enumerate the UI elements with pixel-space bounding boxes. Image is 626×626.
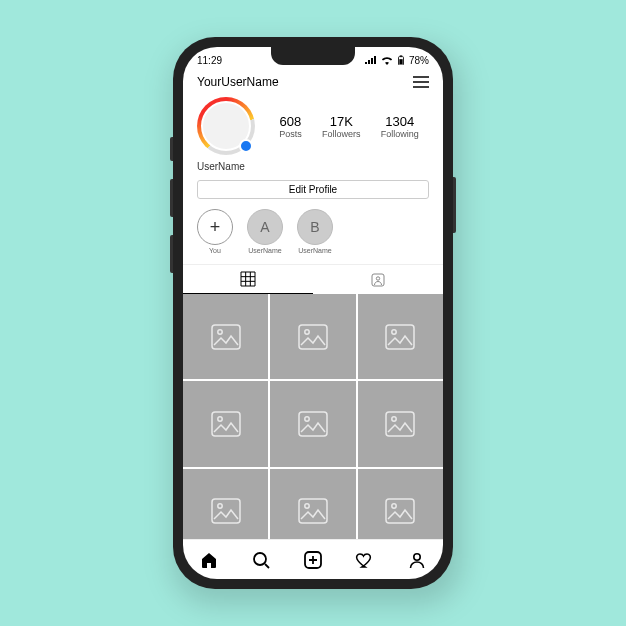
highlight-new[interactable]: + You [197,209,233,254]
svg-point-12 [217,417,221,421]
plus-icon: + [197,209,233,245]
nav-activity[interactable] [355,550,375,570]
svg-point-10 [392,329,396,333]
image-placeholder-icon [209,407,243,441]
svg-point-25 [414,553,420,559]
stat-posts-count: 608 [279,114,302,129]
notch [271,47,355,65]
edit-profile-button[interactable]: Edit Profile [197,180,429,199]
image-placeholder-icon [296,494,330,528]
image-placeholder-icon [296,320,330,354]
svg-rect-17 [212,499,240,523]
image-placeholder-icon [383,320,417,354]
svg-rect-7 [299,325,327,349]
image-placeholder-icon [383,407,417,441]
stat-following-count: 1304 [381,114,419,129]
svg-rect-9 [386,325,414,349]
add-story-badge[interactable] [239,139,253,153]
tab-tagged[interactable] [313,265,443,294]
post-thumbnail[interactable] [183,469,268,539]
profile-username[interactable]: YourUserName [197,75,279,89]
heart-icon [355,550,375,570]
svg-point-20 [305,504,309,508]
image-placeholder-icon [209,494,243,528]
battery-percent: 78% [409,55,429,66]
svg-rect-5 [212,325,240,349]
stat-following[interactable]: 1304 Following [381,114,419,139]
avatar[interactable] [197,97,255,155]
post-thumbnail[interactable] [270,381,355,466]
post-thumbnail[interactable] [358,294,443,379]
svg-rect-21 [386,499,414,523]
wifi-icon [381,56,393,65]
nav-search[interactable] [251,550,271,570]
highlight-label: UserName [298,247,331,254]
highlight-avatar: A [247,209,283,245]
post-thumbnail[interactable] [183,294,268,379]
svg-point-16 [392,417,396,421]
svg-rect-15 [386,412,414,436]
highlight-item[interactable]: B UserName [297,209,333,254]
tab-grid[interactable] [183,265,313,294]
profile-icon [407,550,427,570]
display-name: UserName [183,161,443,180]
svg-point-6 [217,329,221,333]
battery-icon [397,55,405,65]
posts-grid [183,294,443,539]
image-placeholder-icon [209,320,243,354]
post-thumbnail[interactable] [270,469,355,539]
svg-rect-13 [299,412,327,436]
post-thumbnail[interactable] [358,469,443,539]
svg-rect-2 [399,59,402,64]
nav-profile[interactable] [407,550,427,570]
svg-point-14 [305,417,309,421]
stat-posts-label: Posts [279,129,302,139]
home-icon [199,550,219,570]
menu-icon[interactable] [413,76,429,88]
svg-point-18 [217,504,221,508]
stat-followers-label: Followers [322,129,361,139]
status-time: 11:29 [197,55,222,66]
nav-create[interactable] [303,550,323,570]
plus-square-icon [303,550,323,570]
image-placeholder-icon [296,407,330,441]
stat-followers[interactable]: 17K Followers [322,114,361,139]
search-icon [251,550,271,570]
grid-icon [240,271,256,287]
stat-following-label: Following [381,129,419,139]
highlight-item[interactable]: A UserName [247,209,283,254]
tagged-icon [370,272,386,288]
svg-rect-11 [212,412,240,436]
post-thumbnail[interactable] [183,381,268,466]
post-thumbnail[interactable] [270,294,355,379]
svg-point-8 [305,329,309,333]
highlight-label: UserName [248,247,281,254]
svg-point-23 [254,553,266,565]
phone-frame: 11:29 78% YourUserName [173,37,453,589]
image-placeholder-icon [383,494,417,528]
highlight-avatar: B [297,209,333,245]
signal-icon [365,56,377,65]
bottom-nav [183,539,443,579]
stat-followers-count: 17K [322,114,361,129]
highlight-new-label: You [209,247,221,254]
svg-point-4 [376,276,379,279]
svg-point-22 [392,504,396,508]
nav-home[interactable] [199,550,219,570]
svg-rect-1 [400,55,403,56]
svg-rect-19 [299,499,327,523]
stat-posts[interactable]: 608 Posts [279,114,302,139]
post-thumbnail[interactable] [358,381,443,466]
